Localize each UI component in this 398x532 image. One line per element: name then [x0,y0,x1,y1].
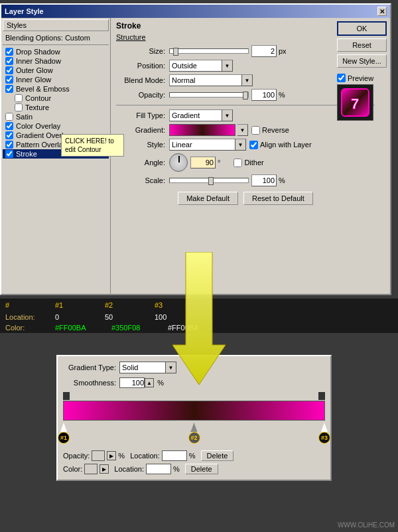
stop-marker-inner-1 [60,423,67,432]
gradient-dropdown-arrow[interactable]: ▼ [237,124,248,136]
size-label: Size: [116,47,169,55]
position-dropdown[interactable]: Outside ▼ [169,60,233,72]
sidebar-item-bevel-emboss[interactable]: Bevel & Emboss [3,84,109,94]
color-stops: #1 #2 #3 [63,421,325,432]
style-value: Linear [169,139,235,151]
opacity-location-input[interactable] [162,450,187,461]
color-swatch[interactable] [84,464,98,474]
stroke-section: Stroke Structure Size: 2 px Position: [116,21,375,205]
fill-type-dropdown[interactable]: Gradient ▼ [169,109,233,121]
drop-shadow-checkbox[interactable] [5,48,13,56]
size-slider[interactable] [169,48,249,54]
styles-header[interactable]: Styles [3,19,109,31]
blending-options-item[interactable]: Blending Options: Custom [3,33,109,42]
contour-tooltip: CLICK HERE! to edit Contour [61,134,124,157]
scale-slider[interactable] [169,178,249,183]
sidebar-item-contour[interactable]: Contour [3,94,109,103]
color-location-input[interactable] [146,464,171,474]
angle-indicator [178,156,180,163]
fill-type-arrow[interactable]: ▼ [222,109,233,121]
opacity-input-label: Opacity: [63,452,90,460]
opacity-arrow-btn[interactable]: ▶ [107,451,116,460]
svg-marker-3 [172,252,226,385]
opacity-stop-right[interactable] [318,392,325,400]
dither-label: Dither [233,159,263,167]
sidebar-item-satin[interactable]: Satin [3,112,109,121]
color-delete-button[interactable]: Delete [185,464,218,474]
preview-checkbox-row: Preview [337,74,373,82]
inner-shadow-checkbox[interactable] [5,57,13,65]
stop-controls-color: Color: ▶ Location: % Delete [63,464,325,474]
satin-checkbox[interactable] [5,113,13,121]
scale-unit: % [279,176,285,184]
gradient-bar[interactable] [63,401,325,421]
opacity-percent: % [118,452,125,460]
opacity-color-swatch[interactable] [92,450,105,461]
sidebar-item-color-overlay[interactable]: Color Overlay [3,121,109,131]
dialog-close-button[interactable]: ✕ [377,7,387,16]
position-dropdown-arrow[interactable]: ▼ [222,60,233,72]
style-dropdown-arrow[interactable]: ▼ [235,139,246,151]
bottom-buttons: Make Default Reset to Default [116,192,375,205]
size-input[interactable]: 2 [251,45,277,57]
stop-badge-2: #2 [188,432,200,444]
style-dropdown[interactable]: Linear ▼ [169,139,246,151]
color-stop-1[interactable]: #1 [60,423,67,432]
watermark: WWW.OLiHE.COM [338,521,395,529]
style-row: Style: Linear ▼ Align with Layer [116,139,375,151]
angle-label: Angle: [116,159,169,166]
blend-mode-dropdown[interactable]: Normal ▼ [169,74,253,86]
outer-glow-checkbox[interactable] [5,66,13,74]
gradient-overlay-checkbox[interactable] [5,131,13,139]
angle-dial[interactable] [169,153,188,172]
texture-checkbox[interactable] [15,103,23,111]
main-panel: Stroke Structure Size: 2 px Position: [111,18,390,294]
angle-input[interactable] [190,157,216,168]
preview-thumbnail: 7 7 [337,84,373,121]
opacity-stop-left[interactable] [63,392,70,400]
opacity-slider-thumb[interactable] [243,92,248,100]
scale-input[interactable] [251,174,277,186]
dialog-titlebar: Layer Style ✕ [1,5,390,18]
sidebar-item-outer-glow[interactable]: Outer Glow [3,66,109,75]
sidebar-item-texture[interactable]: Texture [3,103,109,112]
inner-glow-checkbox[interactable] [5,76,13,84]
bevel-emboss-checkbox[interactable] [5,85,13,93]
opacity-slider[interactable] [169,92,249,98]
fill-type-label: Fill Type: [116,111,169,119]
color-arrow-btn[interactable]: ▶ [100,464,109,474]
dither-checkbox[interactable] [233,159,242,167]
stroke-checkbox[interactable] [5,150,13,158]
smoothness-spinner[interactable]: ▲ [145,378,154,387]
stop-badge-3: #3 [318,432,330,444]
ok-button[interactable]: OK [337,21,387,36]
close-icon: ✕ [379,8,385,15]
color-stop-3[interactable]: #3 [321,423,328,432]
new-style-button[interactable]: New Style... [337,54,387,68]
contour-checkbox[interactable] [15,94,23,102]
opacity-input[interactable] [251,89,277,101]
pattern-overlay-checkbox[interactable] [5,141,13,149]
make-default-button[interactable]: Make Default [178,192,238,205]
reset-default-button[interactable]: Reset to Default [243,192,313,205]
opacity-delete-button[interactable]: Delete [201,450,234,461]
sidebar-item-inner-shadow[interactable]: Inner Shadow [3,56,109,66]
align-layer-checkbox[interactable] [249,141,258,149]
smoothness-input[interactable] [119,377,145,388]
color-input-label: Color: [63,465,82,473]
reverse-checkbox[interactable] [251,126,260,135]
preview-checkbox[interactable] [337,74,346,82]
stop-controls-opacity: Opacity: ▶ % Location: % Delete [63,450,325,461]
reset-button[interactable]: Reset [337,38,387,52]
opacity-label: Opacity: [116,91,169,99]
gradient-bar-container: #1 #2 #3 [63,392,325,432]
sidebar-item-inner-glow[interactable]: Inner Glow [3,75,109,84]
size-slider-thumb[interactable] [173,48,178,56]
sidebar-item-drop-shadow[interactable]: Drop Shadow [3,47,109,56]
blend-mode-arrow[interactable]: ▼ [242,74,253,86]
gradient-preview[interactable] [169,124,235,136]
dialog-title: Layer Style [5,7,44,15]
color-overlay-checkbox[interactable] [5,122,13,130]
scale-slider-thumb[interactable] [208,177,214,185]
color-stop-2[interactable]: #2 [191,423,198,432]
